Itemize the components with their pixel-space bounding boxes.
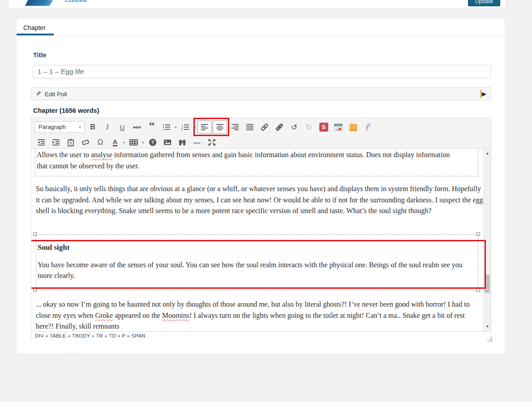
chapter-edit-panel: Chapter Title ✎ Edit Poll ▶ Chapter (165…	[17, 19, 505, 354]
scroll-down-icon[interactable]: ▼	[484, 323, 491, 330]
table-cell-soul-sight[interactable]: Soul sight You have become aware of the …	[36, 234, 478, 290]
clear-formatting-button[interactable]	[79, 136, 92, 149]
cell-text: Allows the user to analyse information g…	[37, 150, 458, 171]
chevron-down-icon[interactable]: ▼	[123, 141, 126, 144]
align-center-icon	[216, 124, 224, 131]
align-right-button[interactable]	[228, 120, 242, 134]
strikethrough-icon: ABC	[133, 125, 141, 129]
omega-icon: Ω	[98, 138, 103, 147]
redo-button[interactable]: ↻	[302, 120, 316, 134]
unlink-icon	[275, 124, 283, 131]
scrollbar-thumb[interactable]	[485, 275, 490, 293]
pencil-icon: ✎	[36, 90, 41, 97]
element-path[interactable]: DIV » TABLE » TBODY » TR » TD » P » SPAN	[35, 333, 146, 338]
editor-content-area[interactable]: Allows the user to analyse information g…	[31, 149, 491, 331]
bulleted-list-button[interactable]	[160, 120, 173, 134]
bold-icon: B	[90, 123, 95, 131]
s-plugin-button[interactable]: S	[317, 120, 330, 134]
title-label: Title	[33, 51, 47, 59]
help-button[interactable]: ?	[146, 136, 159, 149]
bold-button[interactable]: B	[86, 120, 99, 134]
news-template-icon: NEWS	[334, 124, 343, 131]
numbered-list-button[interactable]: 123	[179, 120, 192, 134]
footnote-icon: f3	[366, 123, 370, 131]
align-center-button[interactable]	[213, 120, 227, 134]
fullscreen-button[interactable]	[205, 136, 219, 149]
align-left-button[interactable]	[197, 120, 212, 134]
outdent-icon	[37, 139, 45, 146]
italic-button[interactable]: I	[101, 120, 114, 134]
indent-button[interactable]	[49, 136, 63, 149]
text-color-button[interactable]: A	[108, 136, 122, 149]
tab-chapter[interactable]: Chapter	[23, 24, 46, 31]
indent-icon	[52, 139, 60, 146]
sticky-note-icon	[350, 124, 357, 131]
align-left-icon	[201, 124, 209, 131]
justify-button[interactable]	[243, 120, 257, 134]
chevron-down-icon[interactable]: ▼	[193, 126, 196, 129]
table-icon	[129, 139, 138, 146]
footnote-button[interactable]: f3	[361, 120, 375, 134]
insert-link-button[interactable]	[258, 120, 271, 134]
editor-toolbar: Paragraph ▼ B I U ABC “ ▼	[31, 118, 491, 149]
edit-poll-label: Edit Poll	[45, 91, 67, 98]
underline-icon: U	[120, 124, 125, 131]
title-input[interactable]	[33, 65, 491, 78]
strikethrough-button[interactable]: ABC	[130, 120, 144, 134]
rich-text-editor: Paragraph ▼ B I U ABC “ ▼	[31, 118, 491, 340]
link-icon	[261, 124, 269, 131]
svg-text:T: T	[69, 141, 72, 145]
site-logo	[25, 0, 53, 6]
vertical-scrollbar[interactable]: ▲ ▼	[483, 149, 491, 331]
paste-as-text-button[interactable]: T	[64, 136, 77, 149]
numbered-list-icon: 123	[181, 124, 189, 131]
align-right-icon	[231, 124, 239, 131]
admin-top-bar: Preview Update	[9, 0, 505, 8]
outdent-button[interactable]	[34, 136, 48, 149]
insert-image-button[interactable]	[161, 136, 174, 149]
table-button[interactable]	[127, 136, 141, 149]
undo-icon: ↺	[291, 123, 297, 132]
misspelled-word: Moomins	[162, 312, 189, 319]
justify-icon	[246, 124, 254, 131]
paragraph-okay-so-now[interactable]: ... okay so now I’m going to be haunted …	[36, 299, 479, 331]
expand-arrow-icon[interactable]: ▶	[481, 90, 486, 98]
tab-separator	[17, 35, 505, 36]
misspelled-word: Groke	[95, 312, 113, 319]
redo-icon: ↻	[306, 123, 312, 132]
binoculars-icon	[178, 139, 186, 146]
help-icon: ?	[149, 139, 156, 146]
blockquote-button[interactable]: “	[145, 120, 159, 134]
undo-button[interactable]: ↺	[287, 120, 301, 134]
chevron-down-icon[interactable]: ▼	[142, 141, 145, 144]
preview-link[interactable]: Preview	[65, 0, 87, 2]
eraser-icon	[82, 139, 90, 146]
find-replace-button[interactable]	[176, 136, 189, 149]
horizontal-rule-button[interactable]: —	[190, 136, 204, 149]
special-character-button[interactable]: Ω	[94, 136, 107, 149]
news-header: NEWS	[335, 124, 342, 126]
text-color-icon: A	[113, 139, 117, 146]
paste-as-text-icon: T	[67, 139, 75, 146]
paragraph-so-basically[interactable]: So basically, it only tells things that …	[36, 184, 485, 217]
resize-grip-icon[interactable]	[488, 337, 489, 338]
update-button[interactable]: Update	[468, 0, 500, 6]
underline-button[interactable]: U	[116, 120, 129, 134]
soul-sight-body: You have become aware of the senses of y…	[38, 260, 477, 282]
edit-poll-toggle[interactable]: ✎ Edit Poll ▶	[31, 87, 491, 100]
editor-status-bar: DIV » TABLE » TBODY » TR » TD » P » SPAN	[31, 331, 491, 340]
news-template-button[interactable]: NEWS	[332, 120, 345, 134]
scroll-up-icon[interactable]: ▲	[484, 150, 491, 157]
s-plugin-icon: S	[319, 123, 328, 132]
remove-link-button[interactable]	[273, 120, 286, 134]
sticky-note-button[interactable]	[347, 120, 360, 134]
svg-text:3: 3	[181, 128, 183, 131]
table-cell-analyse[interactable]: Allows the user to analyse information g…	[35, 149, 478, 176]
chapter-word-count-label: Chapter (1656 words)	[33, 107, 99, 114]
italic-icon: I	[106, 123, 108, 131]
bulleted-list-icon	[163, 124, 171, 131]
fullscreen-icon	[208, 139, 216, 146]
paragraph-format-select[interactable]: Paragraph ▼	[34, 121, 85, 133]
chevron-down-icon[interactable]: ▼	[174, 126, 177, 129]
misspelled-word: analyse	[91, 151, 112, 158]
